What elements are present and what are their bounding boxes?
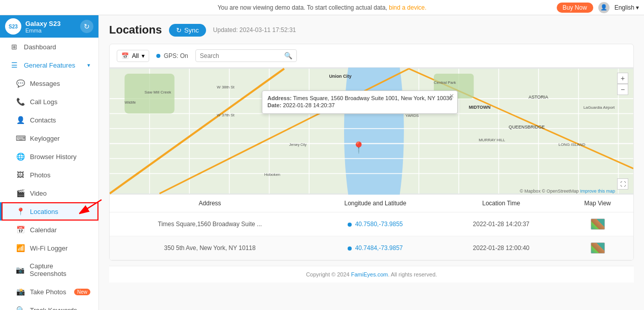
sidebar-label-video: Video xyxy=(30,190,47,197)
contacts-icon: 👤 xyxy=(16,116,25,124)
page-title: Locations xyxy=(109,23,162,37)
svg-text:YARDS: YARDS xyxy=(405,113,419,118)
sidebar-item-browser-history[interactable]: 🌐 Browser History xyxy=(0,147,98,166)
sidebar-item-keylogger[interactable]: ⌨ Keylogger xyxy=(0,129,98,147)
sidebar-item-locations[interactable]: 📍 Locations xyxy=(0,202,98,221)
map-zoom-out-button[interactable]: − xyxy=(617,84,628,95)
take-photos-icon: 📸 xyxy=(16,288,25,296)
search-box[interactable]: 🔍 xyxy=(195,49,297,62)
sidebar: S23 Galaxy S23 Emma ↻ ⊞ Dashboard ☰ Gene… xyxy=(0,15,99,310)
location-map-view-2[interactable] xyxy=(562,236,633,260)
calendar-icon: 📅 xyxy=(16,226,25,234)
language-label: English xyxy=(615,4,634,11)
sidebar-item-wifi-logger[interactable]: 📶 Wi-Fi Logger xyxy=(0,239,98,257)
sidebar-label-locations: Locations xyxy=(30,208,58,215)
top-bar: You are now viewing demo data. To start … xyxy=(0,0,644,15)
svg-text:Union City: Union City xyxy=(329,74,351,79)
map-zoom-in-button[interactable]: + xyxy=(617,73,628,84)
gps-status: GPS: On xyxy=(156,52,188,59)
svg-text:QUEENSBRIDGE: QUEENSBRIDGE xyxy=(509,125,545,130)
svg-text:LaGuardia Airport: LaGuardia Airport xyxy=(584,105,615,110)
svg-text:Saw Mill Creek: Saw Mill Creek xyxy=(145,90,171,95)
device-avatar: S23 xyxy=(5,18,21,35)
date-filter-label: All xyxy=(132,52,139,59)
location-coords-link-1[interactable]: 40.7580,-73.9855 xyxy=(355,221,403,228)
svg-text:Wildlife: Wildlife xyxy=(124,101,135,104)
video-icon: 🎬 xyxy=(16,189,25,197)
photos-icon: 🖼 xyxy=(16,171,25,179)
map-popup-close-icon[interactable]: ✕ xyxy=(449,92,454,100)
sidebar-label-messages: Messages xyxy=(30,80,60,87)
map-controls: + − xyxy=(617,73,628,95)
notice-text: You are now viewing demo data. To start … xyxy=(218,4,387,11)
language-selector[interactable]: English ▾ xyxy=(615,4,639,11)
sync-label: Sync xyxy=(184,26,199,34)
sidebar-sync-icon[interactable]: ↻ xyxy=(80,20,93,33)
top-bar-right: Buy Now 👤 English ▾ xyxy=(557,2,639,13)
svg-text:Hoboken: Hoboken xyxy=(264,172,280,177)
location-time-2: 2022-01-28 12:00:40 xyxy=(440,236,562,260)
track-keywords-icon: 🔍 xyxy=(16,306,25,310)
svg-text:LONG ISLAND: LONG ISLAND xyxy=(559,142,586,147)
popup-date-label: Date: xyxy=(267,102,282,108)
filter-chevron-icon: ▾ xyxy=(142,52,145,59)
sync-button[interactable]: ↻ Sync xyxy=(169,24,206,37)
map-attribution: © Mapbox © OpenStreetMap Improve this ma… xyxy=(520,189,615,194)
sidebar-item-capture-screenshots[interactable]: 📷 Capture Screenshots xyxy=(0,257,98,283)
footer-text: Copyright © 2024 xyxy=(306,271,351,277)
location-coords-link-2[interactable]: 40.7484,-73.9857 xyxy=(355,244,403,252)
sidebar-item-calendar[interactable]: 📅 Calendar xyxy=(0,221,98,239)
sidebar-item-track-keywords[interactable]: 🔍 Track Keywords xyxy=(0,301,98,310)
table-header-map-view: Map View xyxy=(562,195,633,212)
svg-text:MIDTOWN: MIDTOWN xyxy=(469,105,491,110)
svg-text:Central Park: Central Park xyxy=(434,80,456,85)
popup-address-label: Address: xyxy=(267,95,292,101)
gps-dot-icon xyxy=(348,246,352,251)
location-address-2[interactable]: 350 5th Ave, New York, NY 10118 xyxy=(110,236,310,260)
map-expand-button[interactable]: ⛶ xyxy=(617,178,628,190)
location-map-view-1[interactable] xyxy=(562,212,633,236)
sidebar-item-messages[interactable]: 💬 Messages xyxy=(0,74,98,92)
page-footer: Copyright © 2024 FamiEyes.com. All right… xyxy=(109,266,634,283)
device-name: Galaxy S23 xyxy=(25,20,60,27)
svg-text:ASTORIA: ASTORIA xyxy=(529,95,549,100)
gps-dot-icon xyxy=(156,54,160,58)
map-location-pin[interactable]: 📍 xyxy=(352,141,365,154)
buy-now-button[interactable]: Buy Now xyxy=(557,3,593,13)
table-header-time: Location Time xyxy=(440,195,562,212)
map-popup: ✕ Address: Times Square, 1560 Broadway S… xyxy=(262,90,458,114)
sidebar-item-general-features[interactable]: ☰ General Features ▾ xyxy=(0,56,98,74)
svg-text:MURRAY HILL: MURRAY HILL xyxy=(479,138,505,142)
sidebar-label-photos: Photos xyxy=(30,171,50,179)
map-svg: Saw Mill Creek Wildlife Union City Hobok… xyxy=(110,68,633,195)
user-avatar-icon[interactable]: 👤 xyxy=(598,2,609,13)
popup-date-value: 2022-01-28 14:20:37 xyxy=(283,102,335,108)
sidebar-item-take-photos[interactable]: 📸 Take Photos New xyxy=(0,283,98,301)
sidebar-label-dashboard: Dashboard xyxy=(24,43,56,51)
location-coords-2[interactable]: 40.7484,-73.9857 xyxy=(310,236,440,260)
search-icon: 🔍 xyxy=(284,52,292,59)
sidebar-label-calendar: Calendar xyxy=(30,226,57,234)
demo-notice: You are now viewing demo data. To start … xyxy=(218,4,427,11)
sidebar-label-take-photos: Take Photos xyxy=(30,288,66,296)
date-filter[interactable]: 📅 All ▾ xyxy=(117,50,149,62)
device-user: Emma xyxy=(25,27,60,34)
map-view-icon-2[interactable] xyxy=(591,242,605,254)
location-coords-1[interactable]: 40.7580,-73.9855 xyxy=(310,212,440,236)
map-view-icon-1[interactable] xyxy=(591,219,605,230)
search-input[interactable] xyxy=(200,52,281,59)
sidebar-item-call-logs[interactable]: 📞 Call Logs xyxy=(0,92,98,111)
svg-text:W 37th St: W 37th St xyxy=(217,113,234,117)
table-header-address: Address xyxy=(110,195,310,212)
footer-link[interactable]: FamiEyes.com xyxy=(351,271,388,277)
sidebar-label-general-features: General Features xyxy=(24,61,75,69)
messages-icon: 💬 xyxy=(16,79,25,87)
sidebar-item-photos[interactable]: 🖼 Photos xyxy=(0,166,98,184)
bind-device-link[interactable]: bind a device. xyxy=(389,4,426,11)
sidebar-item-dashboard[interactable]: ⊞ Dashboard xyxy=(0,38,98,56)
sidebar-item-contacts[interactable]: 👤 Contacts xyxy=(0,111,98,129)
sidebar-item-video[interactable]: 🎬 Video xyxy=(0,184,98,202)
location-address-1[interactable]: Times Square,1560 Broadway Suite ... xyxy=(110,212,310,236)
table-row: 350 5th Ave, New York, NY 10118 40.7484,… xyxy=(110,236,633,260)
improve-map-link[interactable]: Improve this map xyxy=(580,189,615,194)
